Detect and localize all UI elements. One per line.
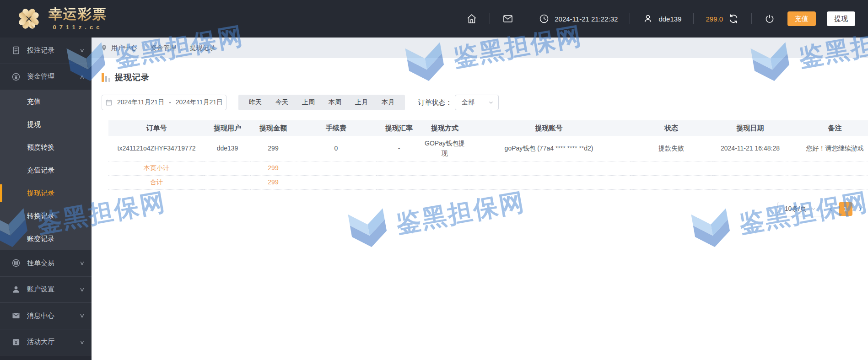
username: dde139 (658, 15, 681, 23)
table-cell (376, 176, 422, 190)
breadcrumb-separator: 〉 (180, 45, 186, 51)
record-icon (11, 45, 21, 55)
power-icon[interactable] (764, 13, 776, 25)
breadcrumb-item[interactable]: 用户中心 (111, 44, 137, 51)
next-page-button[interactable]: › (859, 204, 862, 214)
current-page-button[interactable]: 1 (839, 202, 852, 216)
table-cell (630, 176, 712, 190)
breadcrumb-item[interactable]: 资金管理 (151, 44, 176, 51)
table-cell (296, 161, 376, 176)
location-pin-icon (101, 44, 108, 51)
chevron-down-icon: ∨ (79, 339, 85, 345)
table-cell: 提款失败 (630, 136, 712, 161)
subtotal-row-value: 299 (250, 161, 296, 176)
chevron-down-icon: ∨ (79, 286, 85, 293)
chevron-up-icon: ∧ (79, 74, 85, 80)
sidebar-bottom-strip (0, 355, 92, 360)
order-status-value: 全部 (462, 98, 474, 107)
quick-date-button[interactable]: 本周 (322, 95, 348, 110)
pagination: 10条/页 ‹ 1 › (102, 202, 868, 216)
bar-chart-icon (102, 73, 110, 82)
sidebar-item[interactable]: 活动大厅∨ (0, 329, 92, 356)
subtotal-row: 本页小计299 (108, 161, 868, 176)
table-cell: GOPay钱包提现 (422, 136, 468, 161)
sidebar-subitem[interactable]: 充值 (0, 90, 92, 113)
table-cell: dde139 (205, 136, 250, 161)
sidebar-item-label: 账户设置 (27, 285, 54, 294)
user-account[interactable]: dde139 (642, 13, 681, 25)
activity-icon (11, 337, 21, 347)
header-separator (693, 13, 694, 24)
withdraw-button[interactable]: 提现 (827, 11, 855, 26)
brand-logo[interactable]: 幸运彩票 0711z.cc (16, 5, 107, 32)
sidebar-item[interactable]: 投注记录∨ (0, 38, 92, 64)
page-size-select[interactable]: 10条/页 (777, 202, 823, 216)
page-size-value: 10条/页 (785, 205, 806, 213)
subtotal-row-label: 本页小计 (108, 161, 205, 176)
sidebar: 投注记录∨资金管理∧充值提现额度转换充值记录提现记录转换记录账变记录挂单交易∨账… (0, 38, 92, 360)
table-cell (630, 161, 712, 176)
refresh-icon[interactable] (728, 13, 739, 25)
quick-date-button[interactable]: 今天 (269, 95, 295, 110)
table-cell (468, 161, 630, 176)
home-icon[interactable] (466, 13, 478, 25)
sidebar-item[interactable]: 消息中心∨ (0, 303, 92, 329)
table-cell (788, 161, 868, 176)
message-icon (11, 311, 21, 321)
sidebar-item[interactable]: 账户设置∨ (0, 277, 92, 303)
table-cell: 2024-11-21 16:48:28 (712, 136, 788, 161)
table-header-cell: 提现汇率 (376, 120, 422, 136)
main-content: 用户中心〉资金管理〉提现记录 提现记录 2024年11月21日 - 2024年1… (92, 38, 868, 360)
table-header-cell: 提现方式 (422, 120, 468, 136)
total-row-value: 299 (250, 176, 296, 190)
table-cell: 您好！请您继续游戏 (788, 136, 868, 161)
sidebar-submenu: 充值提现额度转换充值记录提现记录转换记录账变记录 (0, 90, 92, 250)
sidebar-subitem[interactable]: 额度转换 (0, 136, 92, 159)
table-cell (422, 161, 468, 176)
date-separator: - (169, 99, 171, 106)
sidebar-item[interactable]: 挂单交易∨ (0, 250, 92, 277)
table-header-cell: 备注 (788, 120, 868, 136)
table-cell: tx241121o4ZHYF34719772 (108, 136, 205, 161)
table-cell (376, 161, 422, 176)
table-cell (468, 176, 630, 190)
sidebar-subitem[interactable]: 账变记录 (0, 227, 92, 250)
table-row: tx241121o4ZHYF34719772dde1392990-GOPay钱包… (108, 136, 868, 161)
table-cell (205, 161, 250, 176)
brand-name: 幸运彩票 (49, 7, 107, 21)
order-status-label: 订单状态： (418, 98, 452, 107)
table-cell: goPay钱包 (77a4 **** **** **d2) (468, 136, 630, 161)
table-header-cell: 提现日期 (712, 120, 788, 136)
table-cell: 0 (296, 136, 376, 161)
recharge-button[interactable]: 充值 (787, 11, 816, 26)
quick-date-button[interactable]: 上月 (348, 95, 375, 110)
sidebar-subitem[interactable]: 转换记录 (0, 204, 92, 227)
date-range-input[interactable]: 2024年11月21日 - 2024年11月21日 (102, 95, 226, 110)
table-header-cell: 提现账号 (468, 120, 630, 136)
quick-date-button[interactable]: 昨天 (242, 95, 269, 110)
table-header-cell: 状态 (630, 120, 712, 136)
table-cell: 299 (250, 136, 296, 161)
sidebar-subitem[interactable]: 提现 (0, 113, 92, 136)
header-time: 2024-11-21 21:22:32 (555, 15, 618, 23)
top-header: 幸运彩票 0711z.cc 2024-11-21 21:22:32 dde139 (0, 0, 868, 38)
quick-date-button[interactable]: 本月 (375, 95, 401, 110)
breadcrumb: 用户中心〉资金管理〉提现记录 (92, 38, 868, 58)
order-status-select[interactable]: 全部 (455, 95, 499, 110)
brand-domain: 0711z.cc (53, 24, 103, 30)
sidebar-item[interactable]: 资金管理∧ (0, 64, 92, 91)
table-header-cell: 订单号 (108, 120, 205, 136)
sidebar-subitem[interactable]: 充值记录 (0, 159, 92, 182)
clock-icon (538, 13, 550, 25)
table-cell (712, 176, 788, 190)
chevron-down-icon (811, 205, 816, 213)
withdraw-records-table: 订单号提现用户提现金额手续费提现汇率提现方式提现账号状态提现日期备注tx2411… (102, 120, 868, 190)
balance-amount: 299.0 (706, 15, 723, 23)
total-row-label: 合计 (108, 176, 205, 190)
prev-page-button[interactable]: ‹ (830, 204, 832, 214)
total-row: 合计299 (108, 176, 868, 190)
sidebar-subitem[interactable]: 提现记录 (0, 182, 92, 204)
chevron-down-icon: ∨ (79, 312, 85, 319)
quick-date-button[interactable]: 上周 (295, 95, 322, 110)
mail-icon[interactable] (502, 13, 514, 25)
